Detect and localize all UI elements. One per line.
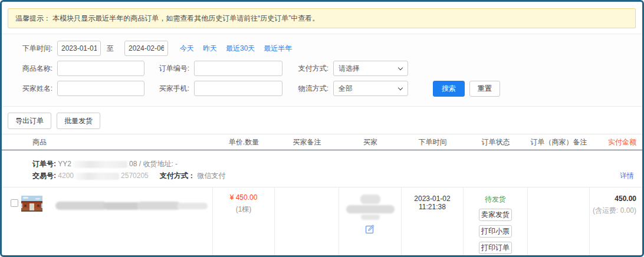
- buyer-name-input[interactable]: [57, 81, 144, 96]
- chevron-down-icon: [398, 85, 403, 90]
- filter-row-product: 商品名称: 订单编号: 支付方式: 请选择: [2, 61, 642, 76]
- date-to-input[interactable]: [124, 41, 168, 56]
- logistics-select[interactable]: 全部: [333, 81, 408, 96]
- quick-link-today[interactable]: 今天: [180, 44, 194, 54]
- header-order-time: 下单时间: [402, 137, 464, 147]
- buyer-phone-input[interactable]: [194, 81, 282, 96]
- buyer-cell: [339, 187, 402, 257]
- notice-banner: 温馨提示： 本模块只显示最近半年的商品订单，如需查看其他历史订单请前往“历史订单…: [8, 8, 636, 28]
- header-price-qty: 单价.数量: [213, 137, 275, 147]
- pay-method-value: 微信支付: [197, 172, 225, 180]
- header-buyer: 买家: [339, 137, 402, 147]
- product-thumbnail[interactable]: [21, 196, 42, 213]
- buyer-name-redacted: [339, 193, 401, 222]
- order-toolbar: 导出订单 批量发货: [2, 107, 642, 134]
- product-name-input[interactable]: [57, 61, 144, 76]
- product-cell: [2, 187, 213, 257]
- quick-link-last30days[interactable]: 最近30天: [226, 44, 255, 54]
- order-no-line: 订单号: YY208 / 收货地址: -: [32, 158, 630, 170]
- order-no-prefix: YY2: [58, 160, 71, 168]
- filter-row-buyer: 买家姓名: 买家手机: 物流方式: 全部 搜索 重置: [2, 81, 642, 96]
- order-management-panel: 温馨提示： 本模块只显示最近半年的商品订单，如需查看其他历史订单请前往“历史订单…: [0, 0, 644, 257]
- header-order-status: 订单状态: [464, 137, 528, 147]
- order-info-bar: 订单号: YY208 / 收货地址: - 交易号: 42002570205 支付…: [2, 150, 642, 187]
- export-orders-button[interactable]: 导出订单: [8, 113, 51, 129]
- unit-price: ¥ 450.00: [213, 193, 274, 202]
- logistics-label: 物流方式:: [292, 84, 328, 94]
- order-no-label: 订单号:: [32, 160, 56, 168]
- buyer-remark-cell: [275, 187, 339, 257]
- trade-no-suffix: 2570205: [121, 172, 149, 180]
- header-product: 商品: [2, 137, 213, 147]
- date-from-input[interactable]: [57, 41, 101, 56]
- redacted-text: [360, 195, 380, 204]
- edit-remark-icon[interactable]: [365, 224, 375, 236]
- seller-ship-button[interactable]: 卖家发货: [479, 209, 512, 221]
- reset-button[interactable]: 重置: [469, 81, 500, 97]
- shipping-address: / 收货地址: -: [139, 160, 178, 168]
- shipping-fee-note: (含运费: 0.00): [590, 206, 636, 216]
- order-time-cell: 2023-01-02 11:21:38: [402, 187, 464, 257]
- header-merchant-remark: 订单（商家）备注: [528, 137, 590, 147]
- order-time-label: 下单时间:: [2, 44, 52, 54]
- quick-link-yesterday[interactable]: 昨天: [203, 44, 217, 54]
- quantity: (1棵): [213, 205, 274, 215]
- trade-no-label: 交易号:: [32, 172, 56, 180]
- order-row: ¥ 450.00 (1棵) 2023-01-02 11:21:38 待发货 卖家…: [2, 187, 642, 257]
- quick-link-last6months[interactable]: 最近半年: [264, 44, 292, 54]
- redacted-text: [346, 205, 395, 213]
- batch-ship-button[interactable]: 批量发货: [57, 113, 100, 129]
- header-buyer-remark: 买家备注: [275, 137, 339, 147]
- order-no-label: 订单编号:: [152, 64, 189, 74]
- row-checkbox[interactable]: [11, 199, 18, 207]
- price-qty-cell: ¥ 450.00 (1棵): [213, 187, 275, 257]
- pay-method-label: 支付方式:: [292, 64, 328, 74]
- redacted-text: [55, 202, 107, 210]
- chevron-down-icon: [398, 65, 403, 70]
- logistics-selected-value: 全部: [339, 84, 353, 94]
- paid-amount: 450.00: [590, 195, 636, 203]
- date-to-separator: 至: [107, 44, 114, 54]
- redacted-trade-no: [75, 173, 119, 180]
- redacted-text: [137, 202, 180, 210]
- trade-no-prefix: 4200: [58, 172, 74, 180]
- quick-date-links: 今天 昨天 最近30天 最近半年: [180, 44, 292, 54]
- order-status-cell: 待发货 卖家发货 打印小票 打印订单 订单备注: [464, 187, 528, 257]
- filter-panel: 下单时间: 至 今天 昨天 最近30天 最近半年 商品名称: 订单编号: 支付方…: [2, 34, 642, 107]
- product-name-redacted: [55, 202, 208, 225]
- print-receipt-button[interactable]: 打印小票: [479, 225, 512, 238]
- merchant-remark-cell: [528, 187, 590, 257]
- redacted-text: [361, 215, 380, 220]
- redacted-text: [104, 202, 140, 210]
- header-paid-amount: 实付金额: [590, 137, 642, 147]
- order-detail-link[interactable]: 详情: [620, 170, 634, 182]
- order-no-suffix: 08: [129, 160, 137, 168]
- table-header: 商品 单价.数量 买家备注 买家 下单时间 订单状态 订单（商家）备注 实付金额: [2, 134, 642, 150]
- filter-row-date: 下单时间: 至 今天 昨天 最近30天 最近半年: [2, 41, 642, 56]
- redacted-text: [177, 203, 208, 209]
- paid-amount-cell: 450.00 (含运费: 0.00): [590, 187, 642, 257]
- status-badge: 待发货: [464, 195, 527, 205]
- buyer-phone-label: 买家手机:: [152, 84, 189, 94]
- pay-method-label: 支付方式：: [160, 172, 195, 180]
- notice-text: 温馨提示： 本模块只显示最近半年的商品订单，如需查看其他历史订单请前往“历史订单…: [15, 14, 319, 22]
- product-name-label: 商品名称:: [2, 64, 52, 74]
- buyer-name-label: 买家姓名:: [2, 84, 52, 94]
- gate-building-photo-icon: [21, 196, 42, 212]
- search-button[interactable]: 搜索: [433, 81, 465, 97]
- redacted-order-no: [73, 161, 127, 168]
- trade-no-line: 交易号: 42002570205 支付方式： 微信支付: [32, 170, 630, 182]
- order-no-input[interactable]: [194, 61, 282, 76]
- print-order-button[interactable]: 打印订单: [479, 242, 512, 254]
- pay-method-select[interactable]: 请选择: [333, 61, 408, 76]
- pay-method-selected-value: 请选择: [339, 64, 360, 74]
